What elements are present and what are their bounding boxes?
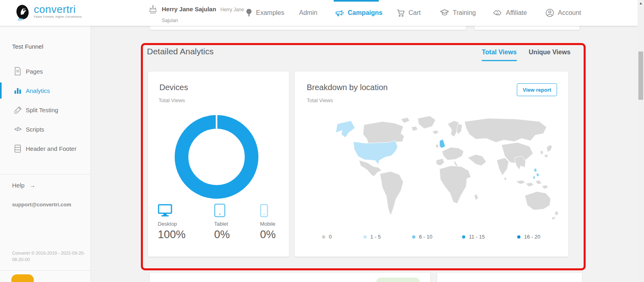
brand-tagline: Faster Funnels, Higher Conversions xyxy=(34,15,82,18)
convertri-analytics-page: convertri Faster Funnels, Higher Convers… xyxy=(0,0,644,282)
cart-icon xyxy=(396,9,405,17)
handshake-icon xyxy=(493,9,502,17)
map-country xyxy=(468,154,486,166)
legend-item-1-5: 1 - 5 xyxy=(363,234,381,240)
user-menu[interactable]: Herry Jane Sajulan Herry Jane Sajulan xyxy=(148,4,246,26)
legend-label: 11 - 15 xyxy=(469,234,485,240)
map-country-alaska xyxy=(336,121,355,138)
funnel-sidebar: Test Funnel Pages xyxy=(0,26,91,282)
map-country xyxy=(547,145,552,152)
device-stat-desktop: Desktop 100% xyxy=(158,204,206,241)
top-navbar: convertri Faster Funnels, Higher Convers… xyxy=(0,0,638,26)
sidebar-item-label: Header and Footer xyxy=(26,145,76,152)
funnel-title: Test Funnel xyxy=(12,43,43,50)
map-country xyxy=(401,117,410,123)
nav-examples[interactable]: Examples xyxy=(246,0,284,26)
map-country xyxy=(526,183,534,187)
tablet-icon xyxy=(214,204,262,217)
map-country xyxy=(454,160,458,167)
graduation-cap-icon xyxy=(440,9,449,17)
nav-admin[interactable]: Admin xyxy=(299,0,317,26)
map-country xyxy=(464,118,547,142)
sidebar-divider xyxy=(0,174,91,175)
map-country xyxy=(542,185,548,189)
legend-dot xyxy=(462,235,465,239)
map-country xyxy=(555,211,559,216)
sidebar-bottom-divider xyxy=(0,270,91,271)
sidebar-item-label: Pages xyxy=(26,68,43,75)
device-label: Tablet xyxy=(214,221,262,227)
person-circle-icon xyxy=(545,8,554,17)
header-footer-icon xyxy=(13,144,22,153)
devices-donut-chart xyxy=(168,109,265,205)
nav-training[interactable]: Training xyxy=(440,0,476,26)
map-country xyxy=(436,144,439,148)
code-icon: </> xyxy=(13,126,22,132)
legend-label: 6 - 10 xyxy=(419,234,432,240)
support-email: support@convertri.com xyxy=(12,202,71,208)
nav-affiliate[interactable]: Affiliate xyxy=(493,0,527,26)
sidebar-item-pages[interactable]: Pages xyxy=(0,62,91,81)
views-tabs: Total Views Unique Views xyxy=(482,49,570,61)
sidebar-item-header-and-footer[interactable]: Header and Footer xyxy=(0,139,91,158)
world-map-chart[interactable] xyxy=(316,113,564,227)
chat-widget-button[interactable] xyxy=(11,274,34,282)
sidebar-item-analytics[interactable]: Analytics xyxy=(0,81,91,100)
user-name: Herry Jane Sajulan xyxy=(162,6,216,12)
copyright-text: Convertri © 2016-2019 - 2022-09-20- 08-2… xyxy=(12,250,85,263)
nav-examples-label: Examples xyxy=(256,9,284,16)
help-label: Help xyxy=(12,182,25,189)
legend-label: 1 - 5 xyxy=(370,234,381,240)
sidebar-item-label: Analytics xyxy=(26,87,50,94)
map-country xyxy=(497,158,509,175)
page-scrollbar: ▲ xyxy=(638,0,644,282)
map-country xyxy=(551,216,555,220)
map-country xyxy=(474,194,478,200)
nav-campaigns[interactable]: Campaigns xyxy=(335,0,382,26)
legend-label: 0 xyxy=(329,234,332,240)
partial-green-element xyxy=(376,278,420,282)
map-country-philippines xyxy=(533,176,535,179)
nav-campaigns-label: Campaigns xyxy=(348,9,382,16)
sidebar-item-label: Split Testing xyxy=(26,107,58,113)
convertri-logo[interactable]: convertri Faster Funnels, Higher Convers… xyxy=(15,4,82,22)
map-country xyxy=(525,191,551,210)
map-country-philippines xyxy=(534,168,537,172)
help-link[interactable]: Help → xyxy=(12,182,35,189)
bar-chart-icon xyxy=(13,86,22,95)
lightbulb-icon xyxy=(246,8,252,17)
sidebar-item-split-testing[interactable]: Split Testing xyxy=(0,100,91,119)
map-country xyxy=(504,177,507,180)
legend-label: 16 - 20 xyxy=(524,234,540,240)
map-country xyxy=(544,154,548,158)
scrollbar-up-arrow[interactable]: ▲ xyxy=(638,1,643,5)
device-stat-tablet: Tablet 0% xyxy=(214,204,262,241)
legend-dot xyxy=(363,235,367,239)
sidebar-item-scripts[interactable]: </> Scripts xyxy=(0,119,91,139)
legend-dot xyxy=(412,235,415,239)
map-country xyxy=(442,147,464,160)
sidebar-item-label: Scripts xyxy=(26,126,44,133)
tab-total-views[interactable]: Total Views xyxy=(482,49,517,61)
map-country-uk xyxy=(440,139,445,148)
active-item-bar xyxy=(0,82,2,99)
tab-unique-views[interactable]: Unique Views xyxy=(529,49,571,61)
legend-item-11-15: 11 - 15 xyxy=(462,234,485,240)
nav-cart[interactable]: Cart xyxy=(396,0,421,26)
nav-admin-label: Admin xyxy=(299,9,317,16)
partial-card-below-right xyxy=(437,273,582,282)
view-report-button[interactable]: View report xyxy=(517,83,557,96)
nav-account[interactable]: Account xyxy=(545,0,581,26)
nav-account-label: Account xyxy=(558,9,581,16)
map-country xyxy=(516,180,526,184)
rabbit-logo-icon xyxy=(15,4,31,22)
map-country xyxy=(540,150,543,154)
map-country xyxy=(380,171,403,216)
legend-item-6-10: 6 - 10 xyxy=(412,234,432,240)
scrollbar-thumb[interactable] xyxy=(638,51,643,100)
megaphone-icon xyxy=(335,9,344,17)
device-label: Desktop xyxy=(158,221,206,227)
legend-dot xyxy=(517,235,520,239)
devices-subtitle: Total Views xyxy=(159,97,185,103)
legend-item-0: 0 xyxy=(322,234,332,240)
